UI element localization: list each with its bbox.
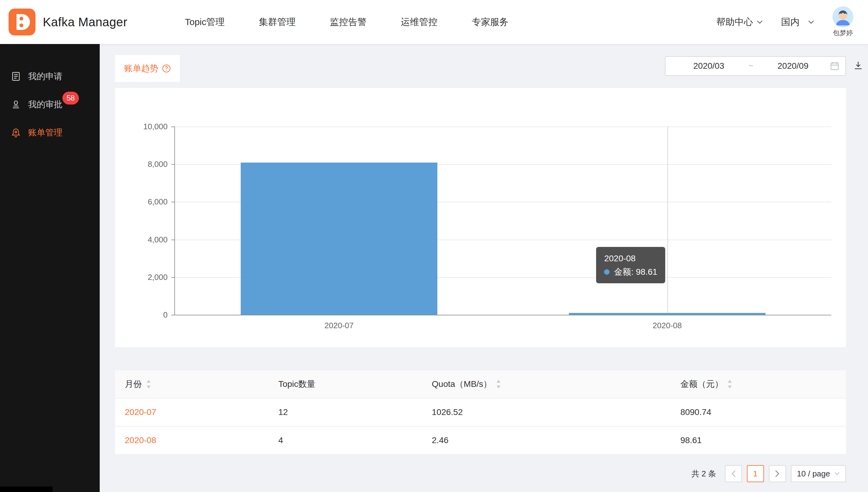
- approval-stamp-icon: [11, 100, 21, 109]
- user-name: 包梦婷: [833, 28, 853, 38]
- chart-tooltip: 2020-08 金额: 98.61: [596, 247, 665, 283]
- bar-2020-08[interactable]: [569, 313, 766, 315]
- nav-expert-service[interactable]: 专家服务: [472, 16, 509, 28]
- sidebar-item-bill-management[interactable]: 账单管理: [0, 119, 100, 147]
- nav-ops-control[interactable]: 运维管控: [401, 16, 438, 28]
- cell-topic-count: 4: [268, 436, 422, 445]
- month-link[interactable]: 2020-08: [125, 436, 156, 445]
- chevron-down-icon: [808, 20, 814, 24]
- cell-quota: 2.46: [422, 436, 671, 445]
- sort-icon[interactable]: [146, 380, 151, 388]
- cell-month: 2020-07: [115, 407, 268, 417]
- sidebar-item-label: 账单管理: [28, 127, 63, 139]
- x-axis-label-2020-08: 2020-08: [653, 321, 682, 330]
- document-icon: [11, 72, 21, 81]
- bar-2020-07[interactable]: [241, 163, 438, 315]
- help-center-label: 帮助中心: [716, 16, 753, 28]
- page-size-select[interactable]: 10 / page: [791, 465, 846, 482]
- main-content: 账单趋势 2020/03 ~ 2020/09: [100, 44, 868, 492]
- region-select[interactable]: 国内: [781, 16, 814, 28]
- tooltip-value-row: 金额: 98.61: [604, 265, 657, 278]
- bar-chart-plot: 10,000 8,000 6,000 4,000 2,000 0 2020-08…: [174, 126, 831, 315]
- y-axis-label: 6,000: [148, 197, 168, 206]
- date-range-separator: ~: [746, 61, 756, 71]
- y-axis-tick: [171, 240, 175, 240]
- top-header: Kafka Manager Topic管理 集群管理 监控告警 运维管控 专家服…: [0, 0, 868, 44]
- table-row: 2020-07 12 1026.52 8090.74: [115, 398, 846, 426]
- kafka-manager-app: Kafka Manager Topic管理 集群管理 监控告警 运维管控 专家服…: [0, 0, 868, 492]
- y-axis-label: 2,000: [148, 272, 168, 282]
- column-label: 金额（元）: [680, 378, 723, 390]
- billing-toolbar: 账单趋势 2020/03 ~ 2020/09: [115, 55, 846, 87]
- column-header-amount[interactable]: 金额（元）: [671, 378, 846, 390]
- month-link[interactable]: 2020-07: [125, 407, 156, 417]
- help-center-menu[interactable]: 帮助中心: [716, 16, 763, 28]
- y-axis-label: 10,000: [143, 122, 168, 131]
- y-axis-tick: [171, 126, 175, 127]
- sidebar-collapse-trigger[interactable]: [0, 487, 53, 492]
- download-icon[interactable]: [853, 60, 863, 70]
- y-axis-tick: [171, 277, 175, 278]
- column-header-topic-count: Topic数量: [268, 378, 422, 390]
- nav-cluster-management[interactable]: 集群管理: [259, 16, 296, 28]
- y-axis-label: 8,000: [148, 159, 168, 169]
- y-axis-tick: [171, 164, 175, 165]
- header-right: 帮助中心 国内 包梦婷: [716, 6, 853, 38]
- app-title: Kafka Manager: [43, 15, 127, 29]
- gridline: [175, 126, 831, 127]
- chevron-down-icon: [835, 472, 840, 475]
- cell-quota: 1026.52: [422, 407, 671, 417]
- avatar[interactable]: [832, 6, 853, 27]
- column-label: Topic数量: [278, 378, 315, 390]
- series-dot-icon: [604, 269, 610, 275]
- table-row: 2020-08 4 2.46 98.61: [115, 426, 846, 454]
- page-1-button[interactable]: 1: [747, 465, 764, 482]
- nav-monitor-alert[interactable]: 监控告警: [330, 16, 367, 28]
- x-axis-label-2020-07: 2020-07: [325, 321, 354, 330]
- y-axis-label: 4,000: [148, 235, 168, 244]
- column-header-month[interactable]: 月份: [115, 378, 268, 390]
- date-range-end[interactable]: 2020/09: [756, 61, 830, 71]
- sort-icon[interactable]: [496, 380, 501, 388]
- date-range-start[interactable]: 2020/03: [672, 61, 746, 71]
- y-axis-tick: [171, 202, 175, 202]
- column-header-quota[interactable]: Quota（MB/s）: [422, 378, 671, 390]
- sidebar-item-my-applications[interactable]: 我的申请: [0, 62, 100, 91]
- tab-bill-trend[interactable]: 账单趋势: [115, 55, 180, 82]
- main-nav: Topic管理 集群管理 监控告警 运维管控 专家服务: [185, 16, 508, 28]
- approvals-count-badge: 58: [63, 92, 79, 104]
- region-label: 国内: [781, 16, 799, 28]
- column-label: Quota（MB/s）: [432, 378, 492, 390]
- date-range-picker[interactable]: 2020/03 ~ 2020/09: [665, 56, 846, 76]
- user-menu[interactable]: 包梦婷: [832, 6, 853, 38]
- pagination-total: 共 2 条: [691, 468, 716, 479]
- question-circle-icon[interactable]: [162, 64, 171, 73]
- next-page-button[interactable]: [769, 465, 786, 482]
- sort-icon[interactable]: [727, 380, 732, 388]
- nav-topic-management[interactable]: Topic管理: [185, 16, 225, 28]
- y-axis-label: 0: [163, 310, 168, 320]
- sidebar-item-my-approvals[interactable]: 我的审批 58: [0, 91, 100, 119]
- tab-bill-trend-label: 账单趋势: [124, 63, 159, 74]
- chevron-down-icon: [757, 20, 763, 24]
- prev-page-button[interactable]: [725, 465, 742, 482]
- bill-bell-icon: [11, 128, 21, 138]
- bill-trend-chart-card: 10,000 8,000 6,000 4,000 2,000 0 2020-08…: [115, 88, 846, 347]
- bill-table: 月份 Topic数量 Quota（MB/s） 金额（元） 2020-07 12: [115, 370, 846, 454]
- tooltip-value: 金额: 98.61: [614, 267, 657, 276]
- tooltip-title: 2020-08: [604, 252, 657, 265]
- sidebar-item-label: 我的审批: [28, 99, 63, 110]
- sidebar-item-label: 我的申请: [28, 71, 63, 82]
- cell-amount: 8090.74: [671, 407, 846, 417]
- cell-topic-count: 12: [268, 407, 422, 417]
- cell-month: 2020-08: [115, 436, 268, 445]
- page-size-value: 10 / page: [797, 469, 830, 478]
- table-header-row: 月份 Topic数量 Quota（MB/s） 金额（元）: [115, 370, 846, 398]
- pagination: 共 2 条 1 10 / page: [115, 465, 846, 482]
- column-label: 月份: [125, 378, 142, 390]
- calendar-icon: [830, 62, 839, 71]
- app-logo-icon: [8, 8, 36, 35]
- chart-crosshair-line: [667, 126, 668, 315]
- cell-amount: 98.61: [671, 436, 846, 445]
- y-axis-tick: [171, 315, 175, 315]
